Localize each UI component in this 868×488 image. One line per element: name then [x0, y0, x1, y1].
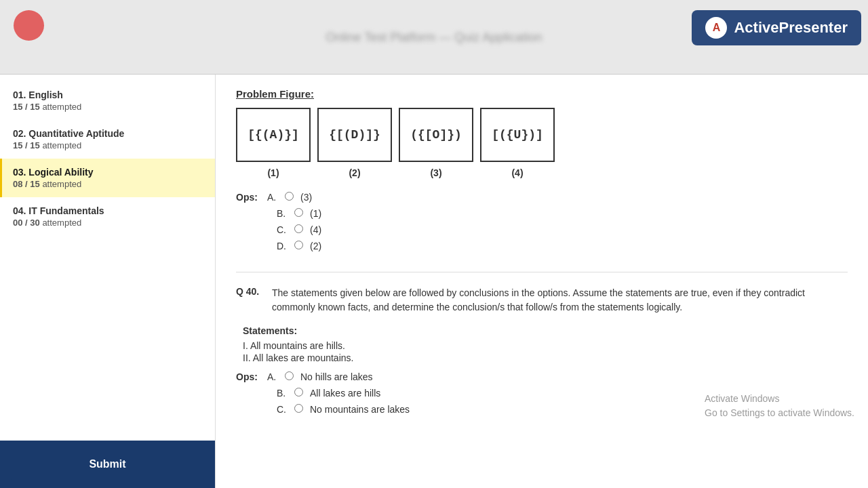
q40-ops-row: Ops: A. No hills are lakes	[236, 371, 848, 382]
q39-options: Ops: A. (3) B. (1) C. (4)	[236, 192, 848, 251]
q40-header: Q 40. The statements given below are fol…	[236, 286, 848, 314]
q39-option-d-letter: D.	[277, 241, 290, 251]
figure-box-2: {[(D)]}	[317, 108, 392, 162]
sidebar-logical-title: 03. Logical Ability	[13, 167, 204, 178]
figure-label-3: (3)	[399, 167, 473, 178]
ops-row-q39: Ops: A. (3)	[236, 192, 848, 203]
submit-area: Submit	[0, 441, 215, 488]
q40-number: Q 40.	[236, 286, 267, 297]
q40-option-b-text: All lakes are hills	[310, 388, 380, 399]
statements-block: Statements: I. All mountains are hills. …	[243, 325, 848, 363]
sidebar-item-quant[interactable]: 02. Quantitative Aptitude 15 / 15 attemp…	[0, 120, 215, 159]
q40-radio-c[interactable]	[294, 404, 303, 413]
q40-text: The statements given below are followed …	[272, 286, 848, 314]
blurred-title: Online Test Platform — Quiz Application	[326, 30, 542, 44]
sidebar-english-sub: 15 / 15 attempted	[13, 102, 204, 112]
statement-2: II. All lakes are mountains.	[243, 352, 848, 363]
q39-option-d-text: (2)	[310, 241, 321, 251]
app-name: ActivePresenter	[734, 19, 848, 37]
q40-option-c-letter: C.	[277, 404, 290, 415]
top-bar: Online Test Platform — Quiz Application …	[0, 0, 868, 75]
q39-option-b-row: B. (1)	[277, 208, 848, 219]
sidebar-english-title: 01. English	[13, 89, 204, 100]
q39-radio-a[interactable]	[285, 192, 294, 201]
ap-icon-letter: A	[713, 22, 721, 34]
activepresenter-badge: A ActivePresenter	[692, 10, 861, 45]
sidebar-item-it[interactable]: 04. IT Fundamentals 00 / 30 attempted	[0, 197, 215, 236]
statement-1: I. All mountains are hills.	[243, 340, 848, 351]
ops-label-q40: Ops:	[236, 371, 263, 382]
q39-radio-b[interactable]	[294, 208, 303, 217]
q39-option-a-text: (3)	[300, 192, 312, 203]
problem-figure-block: Problem Figure: [{(A)}] {[(D)]} ({[O]}) …	[236, 88, 848, 251]
q40-radio-a[interactable]	[285, 371, 294, 380]
q39-option-d-row: D. (2)	[277, 241, 848, 251]
sidebar-item-logical[interactable]: 03. Logical Ability 08 / 15 attempted	[0, 159, 215, 197]
q39-option-c-row: C. (4)	[277, 224, 848, 235]
q39-option-b-letter: B.	[277, 208, 290, 219]
q39-radio-d[interactable]	[294, 241, 303, 249]
content-area: Problem Figure: [{(A)}] {[(D)]} ({[O]}) …	[216, 75, 868, 488]
figure-box-1: [{(A)}]	[236, 108, 311, 162]
q39-option-c-letter: C.	[277, 224, 290, 235]
sidebar-it-sub: 00 / 30 attempted	[13, 218, 204, 228]
q40-option-b-letter: B.	[277, 388, 290, 399]
logo-area	[14, 10, 44, 41]
sidebar-it-title: 04. IT Fundamentals	[13, 205, 204, 216]
figure-label-1: (1)	[236, 167, 311, 178]
figure-box-3: ({[O]})	[399, 108, 473, 162]
activate-windows-line1: Activate Windows	[705, 392, 854, 406]
sidebar-item-english[interactable]: 01. English 15 / 15 attempted	[0, 81, 215, 120]
q40-radio-b[interactable]	[294, 388, 303, 396]
submit-button[interactable]: Submit	[11, 449, 204, 480]
figure-labels: (1) (2) (3) (4)	[236, 167, 848, 178]
q39-option-a-letter: A.	[267, 192, 281, 203]
figure-label-2: (2)	[317, 167, 392, 178]
sidebar-quant-title: 02. Quantitative Aptitude	[13, 128, 204, 139]
sidebar-logical-sub: 08 / 15 attempted	[13, 179, 204, 189]
figure-boxes: [{(A)}] {[(D)]} ({[O]}) [({U})]	[236, 108, 848, 162]
q40-option-a-letter: A.	[267, 371, 281, 382]
ap-icon: A	[705, 17, 727, 39]
divider	[236, 272, 848, 272]
figure-box-4: [({U})]	[480, 108, 555, 162]
q40-option-a-text: No hills are lakes	[300, 371, 373, 382]
figure-label-4: (4)	[480, 167, 555, 178]
statements-label: Statements:	[243, 325, 848, 336]
sidebar-quant-sub: 15 / 15 attempted	[13, 140, 204, 150]
activate-windows-line2: Go to Settings to activate Windows.	[705, 406, 854, 420]
sidebar: 01. English 15 / 15 attempted 02. Quanti…	[0, 75, 216, 488]
q39-option-c-text: (4)	[310, 224, 321, 235]
q40-option-c-text: No mountains are lakes	[310, 404, 410, 415]
q39-radio-c[interactable]	[294, 224, 303, 233]
q39-option-b-text: (1)	[310, 208, 321, 219]
activate-windows: Activate Windows Go to Settings to activ…	[705, 392, 854, 420]
ops-label-q39: Ops:	[236, 192, 263, 203]
problem-figure-label: Problem Figure:	[236, 88, 848, 100]
logo-icon	[14, 10, 44, 41]
